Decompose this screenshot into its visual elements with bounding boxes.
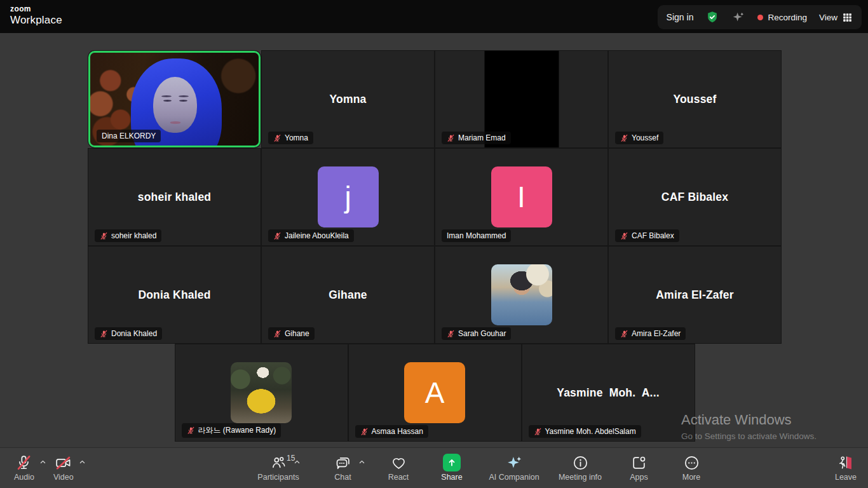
top-right-controls: Sign in Recording View: [658, 5, 862, 29]
grid-row-3: Donia Khaled Donia KhaledGihane Gihane S…: [88, 247, 781, 343]
muted-mic-icon: [447, 330, 455, 338]
leave-button[interactable]: Leave: [835, 451, 857, 482]
meeting-info-label: Meeting info: [559, 473, 602, 482]
muted-mic-icon: [534, 428, 542, 436]
participant-tile-donia-khaled[interactable]: Donia Khaled Donia Khaled: [88, 247, 261, 343]
audio-button[interactable]: Audio: [14, 451, 34, 482]
view-label: View: [819, 13, 837, 22]
meeting-info-button[interactable]: Meeting info: [548, 451, 612, 482]
video-grid: Dina ELKORDYYomna Yomna Mariam EmadYouss…: [88, 51, 781, 441]
participant-tile-iman-mohammed[interactable]: I Iman Mohammed: [435, 149, 607, 245]
participant-name-label: CAF Bibalex: [615, 229, 679, 242]
recording-dot-icon: [757, 15, 763, 20]
top-bar: zoom Workplace Sign in Recording View: [0, 0, 868, 33]
toolbar-center-group: 15ParticipantsChatReactShareAI Companion…: [244, 451, 717, 482]
letter-avatar: A: [404, 362, 465, 423]
react-icon: [390, 453, 407, 472]
letter-avatar: I: [491, 166, 552, 227]
muted-mic-icon: [100, 232, 108, 240]
zoom-wordmark: zoom: [10, 4, 62, 13]
participant-name-label: Asmaa Hassan: [355, 425, 428, 438]
participant-tile-amira-el-zafer[interactable]: Amira El-Zafer Amira El-Zafer: [609, 247, 781, 343]
participant-tile-yasmine-moh-abdelsalam[interactable]: Yasmine Moh. A... Yasmine Moh. AbdelSala…: [522, 344, 695, 441]
leave-label: Leave: [835, 473, 857, 482]
participant-tile-gihane[interactable]: Gihane Gihane: [262, 247, 434, 343]
apps-button[interactable]: Apps: [612, 451, 666, 482]
recording-indicator: Recording: [757, 13, 807, 22]
participants-icon: [270, 453, 287, 472]
participant-tile-soheir-khaled[interactable]: soheir khaled soheir khaled: [88, 149, 261, 245]
ai-companion-button[interactable]: AI Companion: [480, 451, 548, 482]
participant-name-label: 라와느 (Rawane Rady): [182, 423, 281, 438]
muted-mic-icon: [187, 426, 195, 435]
participants-button[interactable]: 15Participants: [244, 451, 313, 482]
participant-tile-rawane-rady[interactable]: 라와느 (Rawane Rady): [175, 344, 348, 441]
audio-label: Audio: [14, 473, 34, 482]
react-button[interactable]: React: [373, 451, 424, 482]
participant-name-label: Gihane: [268, 327, 315, 340]
photo-avatar: [491, 264, 552, 325]
meeting-canvas: Dina ELKORDYYomna Yomna Mariam EmadYouss…: [0, 33, 868, 447]
participant-name-label: Dina ELKORDY: [97, 130, 161, 142]
share-icon: [443, 453, 461, 472]
participants-caret-icon[interactable]: [294, 458, 301, 468]
meeting-info-icon: [572, 453, 589, 472]
participant-tile-yomna[interactable]: Yomna Yomna: [262, 51, 434, 147]
participant-name-label: Yasmine Moh. AbdelSalam: [529, 425, 641, 438]
chat-caret-icon[interactable]: [358, 458, 365, 468]
zoom-workplace-logo: zoom Workplace: [10, 4, 62, 27]
grid-row-2: soheir khaled soheir khaledj Jaileine Ab…: [88, 149, 781, 245]
muted-mic-icon: [273, 330, 281, 338]
toolbar-left-group: AudioVideo: [14, 451, 74, 482]
share-button[interactable]: Share: [424, 451, 480, 482]
recording-label: Recording: [768, 13, 807, 22]
participant-tile-caf-bibalex[interactable]: CAF Bibalex CAF Bibalex: [609, 149, 781, 245]
ai-companion-sparkle-icon[interactable]: [731, 10, 745, 24]
participant-tile-sarah-gouhar[interactable]: Sarah Gouhar: [435, 247, 607, 343]
photo-avatar: [231, 362, 292, 423]
muted-mic-icon: [100, 330, 108, 338]
participant-name-label: Donia Khaled: [95, 327, 162, 340]
more-label: More: [682, 473, 700, 482]
participant-name-label: Yomna: [268, 132, 313, 144]
muted-mic-icon: [620, 134, 628, 142]
participant-name-label: Iman Mohammed: [442, 229, 511, 242]
video-label: Video: [53, 473, 74, 482]
muted-mic-icon: [620, 232, 628, 240]
more-icon: [683, 453, 700, 472]
encryption-shield-icon[interactable]: [705, 10, 719, 24]
participants-label: Participants: [257, 473, 299, 482]
participant-name-label: Amira El-Zafer: [615, 327, 686, 340]
meeting-toolbar: AudioVideo 15ParticipantsChatReactShareA…: [0, 447, 868, 488]
participant-tile-asmaa-hassan[interactable]: A Asmaa Hassan: [349, 344, 521, 441]
muted-mic-icon: [447, 134, 455, 142]
chat-icon: [334, 453, 351, 472]
participant-name-label: Sarah Gouhar: [442, 327, 511, 340]
grid-row-1: Dina ELKORDYYomna Yomna Mariam EmadYouss…: [88, 51, 781, 147]
leave-icon: [837, 453, 854, 472]
participant-name-label: Mariam Emad: [442, 132, 511, 144]
participant-name-label: soheir khaled: [95, 229, 161, 242]
grid-view-icon: [842, 12, 853, 23]
audio-caret-icon[interactable]: [39, 458, 46, 468]
video-button[interactable]: Video: [53, 451, 74, 482]
video-icon: [55, 453, 72, 472]
muted-mic-icon: [273, 232, 281, 240]
chat-button[interactable]: Chat: [313, 451, 373, 482]
audio-icon: [15, 453, 32, 472]
letter-avatar: j: [318, 166, 379, 227]
participant-tile-youssef[interactable]: Youssef Youssef: [609, 51, 781, 147]
participant-tile-jaileine-aboukleila[interactable]: j Jaileine AbouKleila: [262, 149, 434, 245]
participant-tile-mariam-emad[interactable]: Mariam Emad: [435, 51, 607, 147]
participant-tile-dina-elkordy[interactable]: Dina ELKORDY: [88, 51, 261, 147]
muted-mic-icon: [360, 428, 369, 436]
view-button[interactable]: View: [819, 12, 853, 23]
ai-companion-icon: [506, 453, 523, 472]
more-button[interactable]: More: [666, 451, 717, 482]
muted-mic-icon: [273, 134, 281, 142]
chat-label: Chat: [334, 473, 351, 482]
muted-mic-icon: [620, 330, 628, 338]
participant-name-label: Youssef: [615, 132, 663, 144]
video-caret-icon[interactable]: [79, 458, 86, 468]
sign-in-button[interactable]: Sign in: [667, 12, 694, 22]
